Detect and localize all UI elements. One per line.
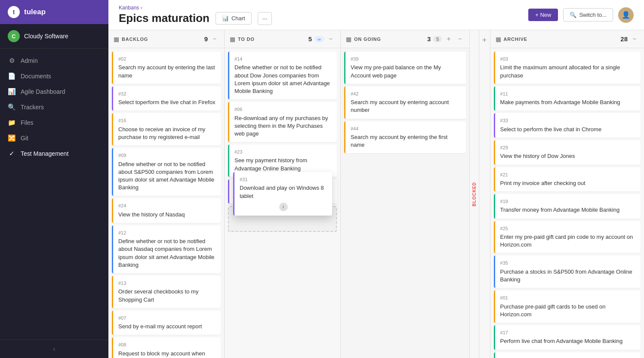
card-06[interactable]: #06 Re-download any of my purchases by s… (228, 102, 337, 142)
backlog-title: BACKLOG (122, 37, 200, 42)
archive-count: 28 (620, 35, 628, 43)
sidebar-item-label: Files (21, 119, 34, 126)
card-02[interactable]: #02 Search my account by entering the la… (112, 52, 221, 84)
card-text: Choose to receive an invoice of my purch… (118, 126, 216, 141)
card-29[interactable]: #29 View the history of Dow Jones (494, 140, 641, 165)
card-42[interactable]: #42 Search my account by entering accoun… (344, 86, 466, 119)
sidebar-item-label: Trackers (21, 104, 44, 111)
sidebar-item-admin[interactable]: ⚙ Admin (0, 53, 108, 68)
sidebar-item-label: Git (21, 135, 28, 142)
archive-cards: #03 Limit the maximum amount allocated f… (490, 48, 644, 358)
card-id: #02 (118, 56, 216, 62)
sidebar-item-test[interactable]: ✓ Test Management (0, 146, 108, 161)
card-text: Search my account by entering the last n… (118, 64, 216, 79)
card-09[interactable]: #09 Define whether or not to be notified… (112, 148, 221, 196)
card-07[interactable]: #07 Send by e-mail my account report (112, 311, 221, 335)
chart-icon: 📊 (222, 15, 229, 22)
ongoing-badge: 5 (433, 36, 442, 42)
switch-button[interactable]: 🔍 Switch to... (563, 8, 613, 22)
sidebar-item-documents[interactable]: 📄 Documents (0, 68, 108, 84)
sidebar-item-files[interactable]: 📁 Files (0, 115, 108, 130)
card-text: Purchase pre-paid gift cards to be used … (500, 303, 635, 318)
ongoing-add-button[interactable]: ＋ (444, 34, 453, 43)
card-44[interactable]: #44 Search my account by entering the fi… (344, 121, 466, 154)
card-24[interactable]: #24 View the history of Nasdaq (112, 198, 221, 223)
card-id: #07 (118, 315, 216, 321)
sidebar-collapse-button[interactable]: ‹ (0, 339, 108, 358)
ongoing-collapse-button[interactable]: － (456, 34, 464, 43)
more-options-button[interactable]: ··· (258, 12, 272, 25)
breadcrumb-link[interactable]: Kanbans (119, 5, 139, 11)
ongoing-icon: ▦ (346, 36, 351, 43)
card-35[interactable]: #35 Purchase a stocks in S&P500 from Adv… (494, 256, 641, 288)
dragging-card-31: #31 Download and play on Windows 8 table… (233, 172, 332, 216)
card-16[interactable]: #16 Choose to receive an invoice of my p… (112, 113, 221, 145)
sidebar-item-trackers[interactable]: 🔍 Trackers (0, 99, 108, 115)
new-button[interactable]: + New (528, 9, 558, 21)
card-text: Make payments from Advantage Mobile Bank… (500, 99, 635, 106)
card-id: #12 (118, 230, 216, 236)
org-avatar: C (8, 30, 20, 42)
card-08[interactable]: #08 Request to block my account when acc… (112, 337, 221, 358)
column-ongoing: ▦ ON GOING 3 5 ＋ － #39 View my pre-paid … (341, 30, 469, 358)
sidebar-item-git[interactable]: 🔀 Git (0, 130, 108, 146)
archive-collapse-button[interactable]: － (630, 34, 639, 43)
card-text: Select toperform the live chat in Firefo… (118, 99, 216, 106)
card-17[interactable]: #17 Perform live chat from Advantage Mob… (494, 325, 641, 350)
card-14[interactable]: #14 Define whether or not to be notified… (228, 52, 337, 99)
admin-icon: ⚙ (8, 57, 15, 65)
sidebar-item-agile[interactable]: 📊 Agile Dashboard (0, 84, 108, 99)
ongoing-count: 3 (427, 35, 431, 43)
card-id: #03 (500, 56, 635, 62)
breadcrumb: Kanbans › (119, 5, 272, 11)
backlog-header: ▦ BACKLOG 9 － (108, 30, 224, 48)
card-32[interactable]: #32 Select toperform the live chat in Fi… (112, 86, 221, 111)
card-text: Print my invoice after checking out (500, 179, 635, 187)
trackers-icon: 🔍 (8, 103, 15, 111)
ongoing-header: ▦ ON GOING 3 5 ＋ － (341, 30, 469, 48)
column-todo: ▦ TO DO 5 ∞ － #14 Define whether or not … (225, 30, 341, 358)
card-id: #17 (500, 330, 635, 336)
card-id: #24 (118, 203, 216, 209)
card-21[interactable]: #21 Print my invoice after checking out (494, 167, 641, 192)
files-icon: 📁 (8, 119, 15, 127)
card-36[interactable]: #36 Transfer money from Advantage Online… (494, 352, 641, 358)
card-id: #35 (500, 260, 635, 266)
column-backlog: ▦ BACKLOG 9 － #02 Search my account by e… (108, 30, 225, 358)
card-25[interactable]: #25 Enter my pre-paid gift card pin code… (494, 221, 641, 253)
user-avatar[interactable]: 👤 (618, 7, 634, 23)
sidebar-nav: ⚙ Admin 📄 Documents 📊 Agile Dashboard 🔍 … (0, 49, 108, 339)
card-11[interactable]: #11 Make payments from Advantage Mobile … (494, 86, 641, 111)
checkmark-icon: ✓ (8, 150, 15, 157)
card-text: See my payment history from Advantage On… (234, 157, 332, 172)
topbar-right: + New 🔍 Switch to... 👤 (528, 7, 634, 23)
backlog-collapse-button[interactable]: － (210, 34, 219, 43)
blocked-label: BLOCKED (472, 182, 477, 206)
sidebar-item-label: Agile Dashboard (21, 88, 65, 95)
card-text: Download and play on Windows 8 tablet (240, 184, 327, 200)
card-id: #32 (118, 91, 216, 97)
card-33[interactable]: #33 Select to perform the live chat in C… (494, 113, 641, 138)
add-column-button[interactable]: ＋ (481, 34, 488, 45)
backlog-count: 9 (204, 35, 208, 43)
chart-button[interactable]: 📊 Chart (216, 12, 252, 25)
org-row[interactable]: C Cloudy Software (0, 24, 108, 49)
card-id: #01 (500, 295, 635, 301)
archive-title: ARCHIVE (504, 37, 616, 42)
card-39[interactable]: #39 View my pre-paid balance on the My A… (344, 52, 466, 84)
card-text: Define whether or not to be notified abo… (118, 160, 216, 192)
card-id: #21 (500, 172, 635, 178)
column-ongoing-wrapper: ▦ ON GOING 3 5 ＋ － #39 View my pre-paid … (341, 30, 479, 358)
card-13[interactable]: #13 Order several checkbooks to my Shopp… (112, 276, 221, 308)
archive-icon: ▦ (496, 36, 501, 43)
card-text: Request to block my account when account… (118, 350, 216, 358)
archive-header: ▦ ARCHIVE 28 － (490, 30, 644, 48)
card-03[interactable]: #03 Limit the maximum amount allocated f… (494, 52, 641, 84)
card-19[interactable]: #19 Transfer money from Advantage Mobile… (494, 194, 641, 219)
todo-collapse-button[interactable]: － (327, 34, 335, 43)
card-01[interactable]: #01 Purchase pre-paid gift cards to be u… (494, 290, 641, 323)
card-text: Define whether or not to be notified abo… (118, 238, 216, 269)
card-12[interactable]: #12 Define whether or not to be notified… (112, 225, 221, 273)
card-text: Transfer money from Advantage Mobile Ban… (500, 206, 635, 214)
card-id: #13 (118, 280, 216, 287)
